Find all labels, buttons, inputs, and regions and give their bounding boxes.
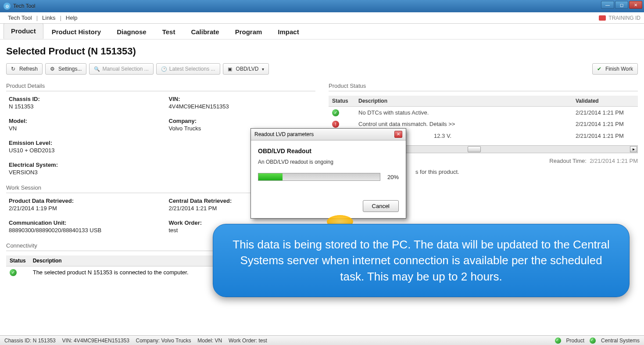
dialog-close-button[interactable]: ✕ [394,131,402,138]
tab-product-history[interactable]: Product History [44,24,109,39]
sb-company: Company: Volvo Trucks [136,338,191,344]
status-ok-icon [10,269,17,276]
sb-central: Central Systems [601,338,640,344]
toolbar: Refresh Settings... Manual Selection ...… [6,63,638,75]
manual-selection-button[interactable]: Manual Selection ... [89,63,153,75]
clock-icon [161,66,167,72]
page-title: Selected Product (N 151353) [6,46,638,57]
sb-workorder: Work Order: test [229,338,267,344]
menu-help[interactable]: Help [61,13,82,23]
conn-status-header: Status [6,255,29,266]
info-callout: This data is being stored to the PC. The… [213,224,630,297]
electrical-label: Electrical System: [9,162,156,168]
desc-col-header: Description [355,96,572,107]
pdr-value: 2/21/2014 1:19 PM [9,205,156,212]
app-icon: ⚙ [4,3,11,10]
readout-dialog: Readout LVD parameters ✕ OBD/LVD Readout… [250,128,406,219]
dialog-titlebar[interactable]: Readout LVD parameters ✕ [251,129,406,140]
cu-label: Communication Unit: [9,219,156,226]
model-label: Model: [9,118,156,124]
chevron-down-icon [261,66,264,72]
window-titlebar: ⚙ Tech Tool — ◻ ✕ [0,0,644,12]
statusbar: Chassis ID: N 151353 VIN: 4V4MC9EH4EN151… [0,335,644,345]
refresh-icon [11,66,17,72]
check-icon [597,66,603,72]
tab-product[interactable]: Product [4,23,43,39]
tab-program[interactable]: Program [228,24,270,39]
flag-icon [599,15,606,21]
validated-col-header: Validated [572,96,638,107]
electrical-value: VERSION3 [9,169,156,176]
refresh-button[interactable]: Refresh [6,63,43,75]
chassis-id-label: Chassis ID: [9,96,156,102]
training-id: TRAINING ID [599,15,640,21]
campaign-message: s for this product. [412,169,638,175]
close-button[interactable]: ✕ [629,1,642,9]
vin-label: VIN: [169,96,316,102]
status-ok-icon [332,109,339,116]
status-error-icon [332,121,339,128]
cancel-button[interactable]: Cancel [363,200,399,212]
window-title: Tech Tool [13,3,35,9]
dialog-heading: OBD/LVD Readout [258,147,399,155]
settings-button[interactable]: Settings... [45,63,86,75]
obd-lvd-button[interactable]: OBD/LVD [223,63,269,75]
menu-links[interactable]: Links [38,13,60,23]
dialog-title-text: Readout LVD parameters [254,131,314,137]
chassis-id-value: N 151353 [9,103,156,110]
vin-value: 4V4MC9EH4EN151353 [169,103,316,110]
tab-calibrate[interactable]: Calibrate [183,24,226,39]
product-details-header: Product Details [6,83,315,91]
dialog-message: An OBD/LVD readout is ongoing [258,159,399,165]
status-col-header: Status [329,96,355,107]
emission-label: Emission Level: [9,140,156,146]
sb-vin: VIN: 4V4MC9EH4EN151353 [62,338,129,344]
company-label: Company: [169,118,316,124]
menu-techtool[interactable]: Tech Tool [4,13,36,23]
tab-diagnose[interactable]: Diagnose [109,24,154,39]
emission-value: US10 + OBD2013 [9,147,156,154]
gear-icon [50,66,56,72]
search-icon [94,66,100,72]
tab-test[interactable]: Test [155,24,183,39]
maximize-button[interactable]: ◻ [615,1,628,9]
central-status-icon [590,338,596,344]
tab-impact[interactable]: Impact [270,24,306,39]
pdr-label: Product Data Retrieved: [9,198,156,204]
table-row: No DTCs with status Active. 2/21/2014 1:… [329,107,638,119]
progress-bar [258,173,380,181]
latest-selections-button[interactable]: Latest Selections ... [156,63,220,75]
model-value: VN [9,125,156,132]
window-controls: — ◻ ✕ [601,1,642,9]
nav-tabs: Product Product History Diagnose Test Ca… [0,24,644,40]
obd-icon [228,66,234,72]
sb-model: Model: VN [197,338,222,344]
sb-product: Product [566,338,584,344]
progress-percent: 20% [387,174,399,180]
finish-work-button[interactable]: Finish Work [592,63,638,75]
sb-chassis: Chassis ID: N 151353 [4,338,56,344]
product-status-icon [555,338,561,344]
product-status-header: Product Status [329,83,638,91]
cu-value: 88890300/88890020/88840133 USB [9,227,156,234]
menubar: Tech Tool | Links | Help TRAINING ID [0,12,644,24]
minimize-button[interactable]: — [601,1,614,9]
